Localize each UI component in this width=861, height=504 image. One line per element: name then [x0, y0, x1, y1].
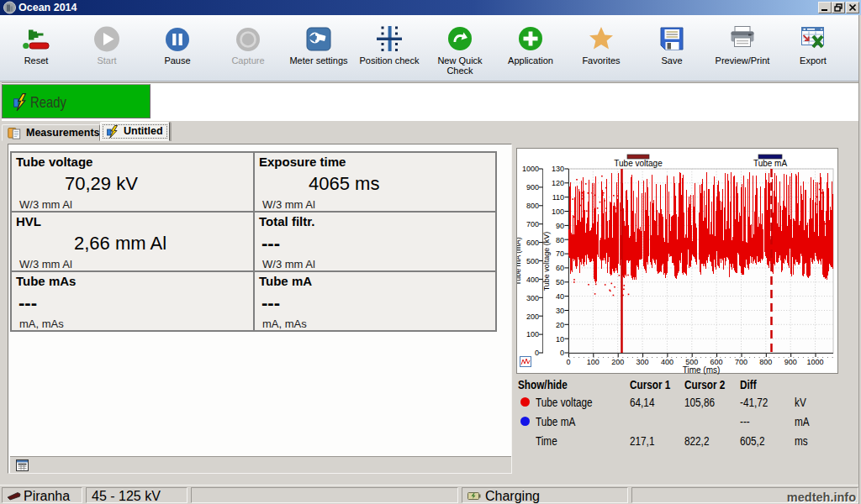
svg-text:500: 500 [526, 257, 539, 265]
svg-text:100: 100 [552, 207, 564, 216]
svg-text:300: 300 [637, 358, 649, 366]
svg-text:900: 900 [784, 358, 797, 366]
svg-text:130: 130 [552, 165, 564, 173]
svg-text:10: 10 [556, 335, 564, 344]
svg-text:80: 80 [556, 236, 564, 244]
svg-text:800: 800 [759, 358, 772, 366]
svg-text:400: 400 [661, 358, 673, 366]
svg-text:Tube voltage (kV): Tube voltage (kV) [542, 232, 551, 291]
svg-text:20: 20 [556, 321, 564, 329]
svg-text:200: 200 [526, 312, 539, 321]
svg-text:90: 90 [556, 222, 564, 230]
svg-text:600: 600 [526, 239, 539, 247]
svg-text:30: 30 [556, 307, 564, 315]
svg-text:Tube mA: Tube mA [753, 159, 788, 168]
svg-text:60: 60 [556, 264, 564, 272]
svg-text:400: 400 [526, 276, 539, 284]
svg-text:1000: 1000 [806, 358, 823, 366]
svg-text:0: 0 [560, 349, 564, 357]
svg-text:50: 50 [556, 278, 564, 286]
svg-text:100: 100 [526, 330, 539, 339]
svg-text:70: 70 [556, 249, 564, 258]
svg-text:300: 300 [526, 294, 539, 302]
svg-text:Tube mA (mA): Tube mA (mA) [517, 237, 522, 286]
svg-text:200: 200 [611, 358, 624, 366]
svg-text:Tube voltage: Tube voltage [614, 159, 663, 168]
svg-text:700: 700 [526, 220, 539, 228]
svg-text:110: 110 [552, 193, 564, 202]
svg-text:0: 0 [566, 358, 570, 366]
svg-text:800: 800 [526, 202, 539, 210]
svg-text:100: 100 [587, 358, 600, 366]
svg-text:0: 0 [535, 349, 539, 357]
svg-text:40: 40 [556, 292, 564, 301]
svg-text:120: 120 [552, 179, 564, 187]
svg-text:1000: 1000 [522, 165, 539, 173]
svg-text:700: 700 [735, 358, 747, 366]
svg-text:900: 900 [526, 183, 539, 192]
